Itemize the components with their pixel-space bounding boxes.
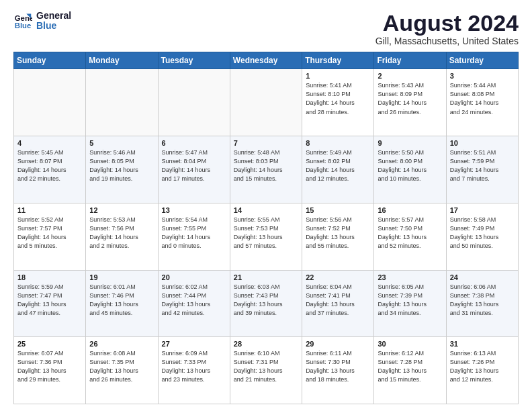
day-number: 19 bbox=[89, 273, 154, 281]
table-row: 31Sunrise: 6:13 AM Sunset: 7:26 PM Dayli… bbox=[446, 337, 518, 404]
col-monday: Monday bbox=[86, 52, 158, 69]
table-row: 12Sunrise: 5:53 AM Sunset: 7:56 PM Dayli… bbox=[86, 203, 158, 270]
calendar-week-row: 25Sunrise: 6:07 AM Sunset: 7:36 PM Dayli… bbox=[14, 337, 519, 404]
logo-general: General bbox=[36, 11, 71, 21]
table-row bbox=[158, 69, 230, 136]
day-info: Sunrise: 6:08 AM Sunset: 7:35 PM Dayligh… bbox=[89, 349, 154, 384]
day-number: 26 bbox=[89, 340, 154, 348]
table-row: 6Sunrise: 5:47 AM Sunset: 8:04 PM Daylig… bbox=[158, 136, 230, 203]
day-number: 27 bbox=[162, 340, 226, 348]
day-info: Sunrise: 5:53 AM Sunset: 7:56 PM Dayligh… bbox=[89, 216, 154, 250]
day-number: 14 bbox=[234, 206, 298, 214]
day-info: Sunrise: 6:13 AM Sunset: 7:26 PM Dayligh… bbox=[450, 349, 515, 384]
day-info: Sunrise: 5:45 AM Sunset: 8:07 PM Dayligh… bbox=[17, 148, 82, 183]
col-wednesday: Wednesday bbox=[230, 52, 302, 69]
day-number: 23 bbox=[378, 273, 442, 281]
table-row: 19Sunrise: 6:01 AM Sunset: 7:46 PM Dayli… bbox=[86, 270, 158, 337]
day-info: Sunrise: 6:04 AM Sunset: 7:41 PM Dayligh… bbox=[306, 283, 370, 318]
table-row: 9Sunrise: 5:50 AM Sunset: 8:00 PM Daylig… bbox=[374, 136, 446, 203]
location: Gill, Massachusetts, United States bbox=[375, 36, 519, 46]
day-info: Sunrise: 5:46 AM Sunset: 8:05 PM Dayligh… bbox=[89, 148, 154, 183]
day-number: 18 bbox=[17, 273, 82, 281]
table-row: 25Sunrise: 6:07 AM Sunset: 7:36 PM Dayli… bbox=[14, 337, 86, 404]
day-info: Sunrise: 5:55 AM Sunset: 7:53 PM Dayligh… bbox=[234, 216, 298, 250]
day-number: 9 bbox=[378, 139, 442, 147]
day-info: Sunrise: 6:03 AM Sunset: 7:43 PM Dayligh… bbox=[234, 283, 298, 318]
table-row: 13Sunrise: 5:54 AM Sunset: 7:55 PM Dayli… bbox=[158, 203, 230, 270]
day-number: 15 bbox=[306, 206, 370, 214]
logo-icon: General Blue bbox=[13, 11, 32, 30]
col-friday: Friday bbox=[374, 52, 446, 69]
calendar-week-row: 18Sunrise: 5:59 AM Sunset: 7:47 PM Dayli… bbox=[14, 270, 519, 337]
day-info: Sunrise: 5:54 AM Sunset: 7:55 PM Dayligh… bbox=[162, 216, 226, 250]
day-info: Sunrise: 5:43 AM Sunset: 8:09 PM Dayligh… bbox=[378, 81, 442, 116]
table-row: 14Sunrise: 5:55 AM Sunset: 7:53 PM Dayli… bbox=[230, 203, 302, 270]
day-info: Sunrise: 5:47 AM Sunset: 8:04 PM Dayligh… bbox=[162, 148, 226, 183]
day-info: Sunrise: 6:02 AM Sunset: 7:44 PM Dayligh… bbox=[162, 283, 226, 318]
day-info: Sunrise: 5:51 AM Sunset: 7:59 PM Dayligh… bbox=[450, 148, 515, 183]
table-row bbox=[14, 69, 86, 136]
day-number: 22 bbox=[306, 273, 370, 281]
day-info: Sunrise: 5:49 AM Sunset: 8:02 PM Dayligh… bbox=[306, 148, 370, 183]
table-row: 16Sunrise: 5:57 AM Sunset: 7:50 PM Dayli… bbox=[374, 203, 446, 270]
day-info: Sunrise: 5:59 AM Sunset: 7:47 PM Dayligh… bbox=[17, 283, 82, 318]
day-info: Sunrise: 5:44 AM Sunset: 8:08 PM Dayligh… bbox=[450, 81, 515, 116]
table-row bbox=[230, 69, 302, 136]
table-row: 29Sunrise: 6:11 AM Sunset: 7:30 PM Dayli… bbox=[302, 337, 374, 404]
calendar-table: Sunday Monday Tuesday Wednesday Thursday… bbox=[13, 52, 519, 404]
day-info: Sunrise: 5:58 AM Sunset: 7:49 PM Dayligh… bbox=[450, 216, 515, 250]
table-row bbox=[86, 69, 158, 136]
svg-text:Blue: Blue bbox=[15, 21, 32, 30]
day-number: 24 bbox=[450, 273, 515, 281]
calendar-header-row: Sunday Monday Tuesday Wednesday Thursday… bbox=[14, 52, 519, 69]
table-row: 5Sunrise: 5:46 AM Sunset: 8:05 PM Daylig… bbox=[86, 136, 158, 203]
day-number: 21 bbox=[234, 273, 298, 281]
table-row: 27Sunrise: 6:09 AM Sunset: 7:33 PM Dayli… bbox=[158, 337, 230, 404]
day-number: 31 bbox=[450, 340, 515, 348]
month-year: August 2024 bbox=[375, 11, 519, 36]
calendar-week-row: 1Sunrise: 5:41 AM Sunset: 8:10 PM Daylig… bbox=[14, 69, 519, 136]
table-row: 28Sunrise: 6:10 AM Sunset: 7:31 PM Dayli… bbox=[230, 337, 302, 404]
table-row: 4Sunrise: 5:45 AM Sunset: 8:07 PM Daylig… bbox=[14, 136, 86, 203]
table-row: 21Sunrise: 6:03 AM Sunset: 7:43 PM Dayli… bbox=[230, 270, 302, 337]
logo: General Blue General Blue bbox=[13, 11, 71, 32]
day-number: 17 bbox=[450, 206, 515, 214]
day-number: 12 bbox=[89, 206, 154, 214]
table-row: 3Sunrise: 5:44 AM Sunset: 8:08 PM Daylig… bbox=[446, 69, 518, 136]
col-saturday: Saturday bbox=[446, 52, 518, 69]
day-info: Sunrise: 5:41 AM Sunset: 8:10 PM Dayligh… bbox=[306, 81, 370, 116]
day-info: Sunrise: 5:56 AM Sunset: 7:52 PM Dayligh… bbox=[306, 216, 370, 250]
day-info: Sunrise: 6:10 AM Sunset: 7:31 PM Dayligh… bbox=[234, 349, 298, 384]
day-number: 4 bbox=[17, 139, 82, 147]
day-info: Sunrise: 6:09 AM Sunset: 7:33 PM Dayligh… bbox=[162, 349, 226, 384]
day-info: Sunrise: 5:52 AM Sunset: 7:57 PM Dayligh… bbox=[17, 216, 82, 250]
table-row: 2Sunrise: 5:43 AM Sunset: 8:09 PM Daylig… bbox=[374, 69, 446, 136]
table-row: 22Sunrise: 6:04 AM Sunset: 7:41 PM Dayli… bbox=[302, 270, 374, 337]
day-number: 1 bbox=[306, 72, 370, 80]
day-number: 2 bbox=[378, 72, 442, 80]
day-info: Sunrise: 6:11 AM Sunset: 7:30 PM Dayligh… bbox=[306, 349, 370, 384]
day-info: Sunrise: 5:48 AM Sunset: 8:03 PM Dayligh… bbox=[234, 148, 298, 183]
day-number: 28 bbox=[234, 340, 298, 348]
day-number: 3 bbox=[450, 72, 515, 80]
col-tuesday: Tuesday bbox=[158, 52, 230, 69]
day-number: 29 bbox=[306, 340, 370, 348]
table-row: 30Sunrise: 6:12 AM Sunset: 7:28 PM Dayli… bbox=[374, 337, 446, 404]
header: General Blue General Blue August 2024 Gi… bbox=[13, 11, 519, 46]
table-row: 15Sunrise: 5:56 AM Sunset: 7:52 PM Dayli… bbox=[302, 203, 374, 270]
table-row: 23Sunrise: 6:05 AM Sunset: 7:39 PM Dayli… bbox=[374, 270, 446, 337]
day-info: Sunrise: 6:12 AM Sunset: 7:28 PM Dayligh… bbox=[378, 349, 442, 384]
title-block: August 2024 Gill, Massachusetts, United … bbox=[375, 11, 519, 46]
day-info: Sunrise: 6:07 AM Sunset: 7:36 PM Dayligh… bbox=[17, 349, 82, 384]
day-number: 13 bbox=[162, 206, 226, 214]
day-info: Sunrise: 6:01 AM Sunset: 7:46 PM Dayligh… bbox=[89, 283, 154, 318]
day-number: 10 bbox=[450, 139, 515, 147]
day-number: 6 bbox=[162, 139, 226, 147]
day-info: Sunrise: 5:57 AM Sunset: 7:50 PM Dayligh… bbox=[378, 216, 442, 250]
day-number: 16 bbox=[378, 206, 442, 214]
day-number: 7 bbox=[234, 139, 298, 147]
day-info: Sunrise: 6:06 AM Sunset: 7:38 PM Dayligh… bbox=[450, 283, 515, 318]
table-row: 26Sunrise: 6:08 AM Sunset: 7:35 PM Dayli… bbox=[86, 337, 158, 404]
calendar-week-row: 4Sunrise: 5:45 AM Sunset: 8:07 PM Daylig… bbox=[14, 136, 519, 203]
day-number: 25 bbox=[17, 340, 82, 348]
